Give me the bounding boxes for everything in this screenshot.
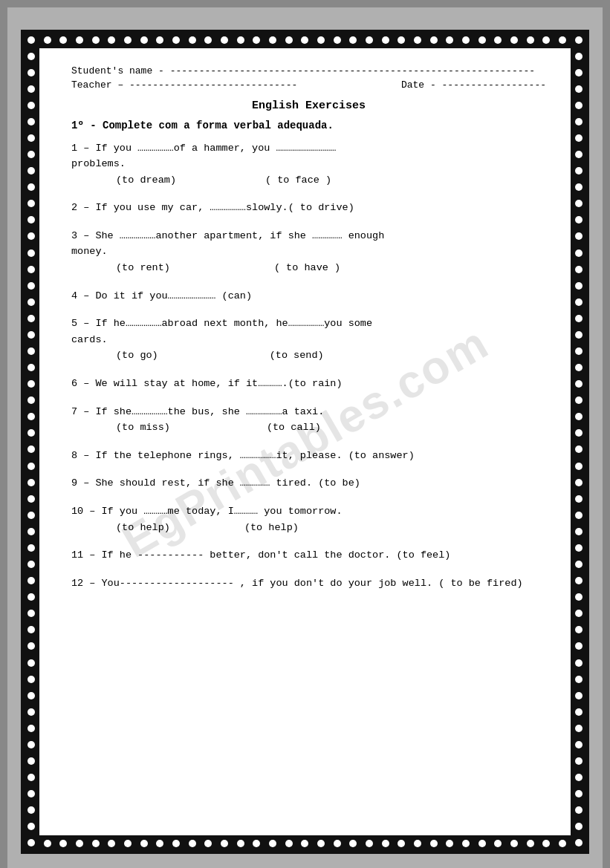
exercise-5-text2: cards.	[71, 332, 546, 348]
binding-hole	[575, 495, 583, 503]
border-dot	[414, 36, 421, 44]
exercise-10-text: 10 – If you …………me today, I………… you tomo…	[71, 503, 546, 520]
exercise-6: 6 – We will stay at home, if it………….(to …	[71, 376, 546, 392]
border-dot	[285, 840, 293, 847]
border-dot	[221, 36, 228, 44]
binding-hole	[575, 232, 583, 240]
border-dot	[204, 36, 212, 44]
border-strip-bottom	[23, 835, 587, 852]
binding-hole	[27, 380, 35, 388]
binding-hole	[575, 151, 583, 158]
border-dot	[414, 840, 421, 847]
binding-hole	[575, 806, 583, 814]
binding-hole	[27, 725, 35, 732]
binding-hole	[575, 397, 583, 404]
binding-hole	[575, 593, 583, 601]
border-dot	[349, 840, 357, 847]
border-dot	[366, 840, 373, 847]
exercise-1-hint2: ( to face )	[265, 172, 331, 189]
border-dot	[349, 36, 357, 44]
binding-hole	[575, 429, 583, 437]
border-dot	[44, 840, 51, 847]
border-dot	[269, 840, 276, 847]
binding-hole	[575, 839, 583, 846]
border-dot	[44, 36, 51, 44]
border-dot	[92, 840, 100, 847]
binding-hole	[575, 249, 583, 257]
binding-hole	[27, 315, 35, 322]
binding-hole	[27, 413, 35, 420]
border-dot	[140, 36, 148, 44]
worksheet-title: English Exercises	[71, 99, 546, 112]
border-dot	[334, 840, 341, 847]
binding-hole	[27, 69, 35, 76]
border-dot	[285, 36, 293, 44]
border-dot	[108, 36, 115, 44]
binding-hole	[575, 446, 583, 453]
binding-hole	[27, 790, 35, 797]
binding-hole	[27, 85, 35, 93]
date-dashes: ------------------	[442, 79, 546, 91]
binding-hole	[575, 577, 583, 584]
border-dot	[382, 840, 389, 847]
exercise-1-text: 1 – If you ………………of a hammer, you …………………	[71, 140, 546, 157]
exercise-7-text: 7 – If she………………the bus, she ………………a tax…	[71, 404, 546, 420]
binding-hole	[575, 331, 583, 339]
binding-hole	[27, 429, 35, 437]
binding-hole	[575, 315, 583, 322]
binding-hole	[575, 642, 583, 650]
binding-hole	[575, 757, 583, 765]
binding-strip-right	[571, 32, 587, 852]
border-dot	[542, 840, 550, 847]
border-dot	[172, 840, 180, 847]
border-dot	[301, 840, 308, 847]
binding-hole	[27, 249, 35, 257]
exercise-4-text: 4 – Do it if you…………………… (can)	[71, 288, 546, 304]
border-dot	[237, 840, 244, 847]
binding-hole	[27, 397, 35, 404]
border-dot	[237, 36, 244, 44]
binding-hole	[575, 741, 583, 748]
binding-hole	[575, 183, 583, 191]
exercise-7-hint2: (to call)	[267, 420, 321, 436]
border-dot	[542, 36, 550, 44]
binding-hole	[575, 216, 583, 223]
binding-hole	[27, 36, 35, 44]
border-dot	[430, 840, 438, 847]
border-dot	[156, 36, 163, 44]
border-dot	[189, 36, 196, 44]
binding-hole	[27, 347, 35, 355]
border-dot	[156, 840, 163, 847]
binding-hole	[575, 479, 583, 486]
binding-hole	[27, 232, 35, 240]
binding-hole	[27, 331, 35, 339]
binding-hole	[27, 364, 35, 371]
exercise-2: 2 – If you use my car, ………………slowly.( to…	[71, 200, 546, 216]
border-dot	[334, 36, 341, 44]
binding-hole	[575, 692, 583, 699]
border-dot	[398, 36, 405, 44]
teacher-label: Teacher –	[71, 79, 123, 91]
binding-hole	[27, 544, 35, 552]
binding-hole	[27, 839, 35, 846]
exercise-10-hints: (to help) (to help)	[71, 520, 546, 536]
border-dot	[124, 840, 132, 847]
binding-hole	[575, 544, 583, 552]
exercise-12-text: 12 – You------------------- , if you don…	[71, 575, 546, 592]
binding-hole	[27, 741, 35, 748]
border-dot	[494, 36, 502, 44]
border-dot	[189, 840, 196, 847]
binding-hole	[575, 561, 583, 568]
binding-hole	[575, 167, 583, 174]
binding-hole	[27, 134, 35, 142]
exercise-10-hint2: (to help)	[244, 520, 299, 536]
exercise-12: 12 – You------------------- , if you don…	[71, 575, 546, 592]
exercise-10: 10 – If you …………me today, I………… you tomo…	[71, 503, 546, 535]
binding-hole	[575, 380, 583, 388]
binding-hole	[575, 69, 583, 76]
page-outer: EgPrintables.com Student's name - ------…	[7, 7, 603, 868]
border-dot	[76, 840, 83, 847]
binding-hole	[27, 593, 35, 601]
binding-hole	[575, 85, 583, 93]
border-dot	[253, 36, 260, 44]
